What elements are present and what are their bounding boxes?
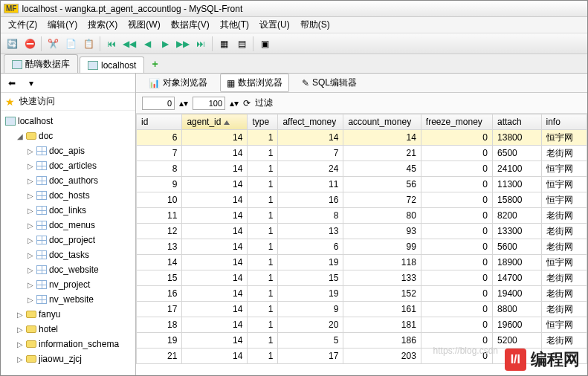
col-type[interactable]: type — [248, 114, 278, 130]
prev-icon[interactable]: ◀◀ — [121, 36, 138, 52]
tree-db-jiaowu_zjcj[interactable]: ▷ jiaowu_zjcj — [1, 351, 135, 366]
menu-search[interactable]: 搜索(X) — [83, 17, 122, 33]
tree-host[interactable]: localhost — [1, 114, 135, 129]
tree-table-doc_tasks[interactable]: ▷ doc_tasks — [1, 247, 135, 262]
refresh-filter-icon[interactable]: ⟳ — [243, 98, 251, 108]
table-row[interactable]: 714172106500老街网 — [137, 146, 587, 161]
add-tab-button[interactable]: + — [146, 55, 164, 73]
quick-access[interactable]: ★ 快速访问 — [1, 93, 135, 111]
table-icon — [36, 236, 47, 244]
twisty-icon[interactable]: ▷ — [26, 266, 34, 274]
tree-db-information_schema[interactable]: ▷ information_schema — [1, 337, 135, 351]
quick-access-label: 快速访问 — [19, 95, 55, 108]
tab-sql-editor[interactable]: ✎ SQL编辑器 — [295, 74, 364, 92]
delete-row-icon[interactable]: ▤ — [233, 36, 250, 52]
object-tree[interactable]: localhost◢ doc▷ doc_apis▷ doc_articles▷ … — [1, 111, 135, 376]
menu-edit[interactable]: 编辑(Y) — [43, 17, 82, 33]
tree-table-doc_authors[interactable]: ▷ doc_authors — [1, 173, 135, 188]
tree-table-doc_website[interactable]: ▷ doc_website — [1, 262, 135, 277]
tab-object-browser[interactable]: 📊 对象浏览器 — [142, 74, 214, 92]
table-row[interactable]: 1114188008200老街网 — [137, 208, 587, 224]
twisty-icon[interactable]: ▷ — [26, 177, 34, 185]
tree-db-fanyu[interactable]: ▷ fanyu — [1, 307, 135, 322]
table-row[interactable]: 21141172030 — [137, 349, 587, 364]
col-account_money[interactable]: account_money — [343, 114, 421, 130]
tree-table-doc_links[interactable]: ▷ doc_links — [1, 203, 135, 218]
star-icon: ★ — [5, 96, 15, 108]
table-row[interactable]: 17141916108800老街网 — [137, 302, 587, 317]
tree-table-nv_website[interactable]: ▷ nv_website — [1, 292, 135, 307]
col-freeze_money[interactable]: freeze_money — [421, 114, 492, 130]
tree-db-hotel[interactable]: ▷ hotel — [1, 322, 135, 337]
last-icon[interactable]: ⏭ — [193, 36, 209, 52]
paste-icon[interactable]: 📋 — [80, 36, 97, 52]
twisty-icon[interactable]: ▷ — [16, 311, 24, 319]
table-row[interactable]: 91411156011300恒宇网 — [137, 177, 587, 192]
tree-table-doc_articles[interactable]: ▷ doc_articles — [1, 158, 135, 173]
refresh-icon[interactable]: 🔄 — [4, 36, 20, 52]
twisty-icon[interactable]: ▷ — [26, 296, 34, 304]
table-icon — [36, 280, 47, 289]
table-row[interactable]: 1414119118018900恒宇网 — [137, 255, 587, 270]
tree-table-doc_hosts[interactable]: ▷ doc_hosts — [1, 188, 135, 203]
twisty-icon[interactable]: ◢ — [16, 132, 24, 140]
table-row[interactable]: 81412445024100恒宇网 — [137, 161, 587, 177]
twisty-icon[interactable]: ▷ — [26, 221, 34, 230]
title-bar: MF localhost - wangka.pt_agent_accountlo… — [1, 1, 587, 17]
tree-table-nv_project[interactable]: ▷ nv_project — [1, 277, 135, 292]
nav-back-icon[interactable]: ⬅ — [4, 75, 20, 91]
tab-kuhai[interactable]: 酷嗨数据库 — [4, 54, 78, 73]
twisty-icon[interactable]: ▷ — [26, 281, 34, 289]
table-row[interactable]: 61411414013800恒宇网 — [137, 130, 587, 146]
col-affect_money[interactable]: affect_money — [278, 114, 343, 130]
spinner-icon[interactable]: ▴▾ — [179, 98, 188, 108]
next-icon[interactable]: ▶ — [157, 36, 173, 52]
table-row[interactable]: 1814120181019600恒宇网 — [137, 317, 587, 333]
twisty-icon[interactable]: ▷ — [16, 340, 24, 349]
tree-db-doc[interactable]: ◢ doc — [1, 129, 135, 143]
table-row[interactable]: 1514115133014700老街网 — [137, 270, 587, 286]
twisty-icon[interactable]: ▷ — [16, 325, 24, 334]
table-row[interactable]: 19141518605200老街网 — [137, 333, 587, 349]
twisty-icon[interactable]: ▷ — [26, 192, 34, 200]
data-grid[interactable]: idagent_idtypeaffect_moneyaccount_moneyf… — [136, 114, 587, 376]
table-row[interactable]: 1314169905600老街网 — [137, 239, 587, 255]
limit-input[interactable] — [193, 97, 225, 110]
fwd-icon[interactable]: ▶▶ — [175, 36, 191, 52]
twisty-icon[interactable]: ▷ — [16, 355, 24, 363]
menu-file[interactable]: 文件(Z) — [4, 17, 42, 33]
table-row[interactable]: 1614119152019400老街网 — [137, 286, 587, 302]
tree-table-doc_menus[interactable]: ▷ doc_menus — [1, 218, 135, 233]
menu-database[interactable]: 数据库(V) — [167, 17, 214, 33]
menu-other[interactable]: 其他(T) — [216, 17, 253, 33]
cut-icon[interactable]: ✂️ — [45, 36, 61, 52]
first-icon[interactable]: ⏮ — [103, 36, 120, 52]
tree-table-doc_project[interactable]: ▷ doc_project — [1, 233, 135, 247]
table-row[interactable]: 121411393013300老街网 — [137, 224, 587, 239]
twisty-icon[interactable]: ▷ — [26, 162, 34, 170]
menu-view[interactable]: 视图(W) — [123, 17, 164, 33]
nav-dropdown-icon[interactable]: ▾ — [23, 75, 39, 91]
twisty-icon[interactable]: ▷ — [26, 207, 34, 215]
tab-data-browser[interactable]: ▦ 数据浏览器 — [220, 74, 289, 92]
table-icon — [36, 265, 47, 274]
twisty-icon[interactable]: ▷ — [26, 251, 34, 259]
twisty-icon[interactable]: ▷ — [26, 147, 34, 155]
tab-localhost[interactable]: localhost — [80, 56, 144, 73]
col-id[interactable]: id — [137, 114, 182, 130]
col-attach[interactable]: attach — [493, 114, 542, 130]
twisty-icon[interactable]: ▷ — [26, 236, 34, 244]
tree-table-doc_apis[interactable]: ▷ doc_apis — [1, 143, 135, 158]
table-row[interactable]: 101411672015800恒宇网 — [137, 192, 587, 208]
menu-settings[interactable]: 设置(U) — [255, 17, 294, 33]
grid-icon[interactable]: ▣ — [256, 36, 273, 52]
back-icon[interactable]: ◀ — [139, 36, 155, 52]
col-agent_id[interactable]: agent_id — [182, 114, 248, 130]
insert-row-icon[interactable]: ▦ — [216, 36, 232, 52]
offset-input[interactable] — [142, 97, 175, 110]
stop-icon[interactable]: ⛔ — [22, 36, 38, 52]
copy-icon[interactable]: 📄 — [62, 36, 79, 52]
menu-help[interactable]: 帮助(S) — [296, 17, 335, 33]
spinner-icon[interactable]: ▴▾ — [230, 98, 239, 108]
col-info[interactable]: info — [541, 114, 587, 130]
